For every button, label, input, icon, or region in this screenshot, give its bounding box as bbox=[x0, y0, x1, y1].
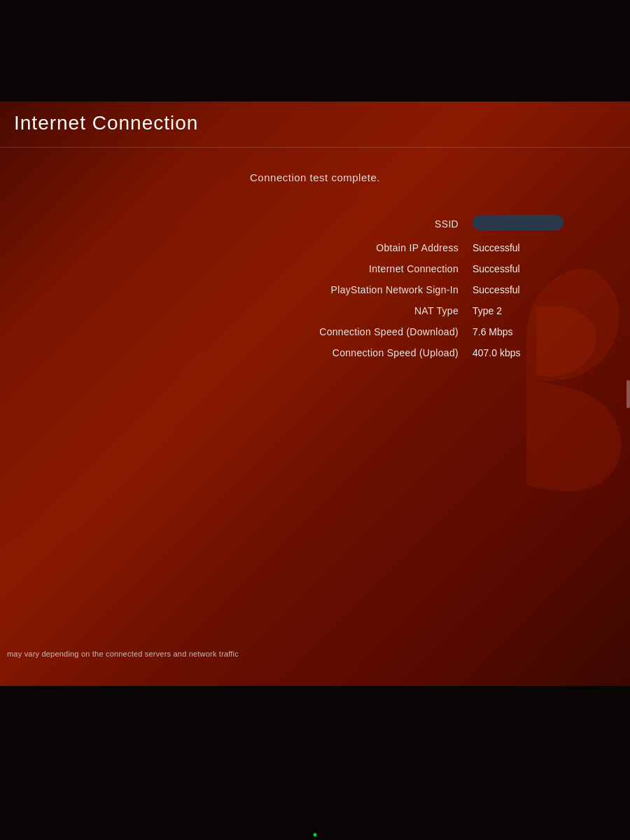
value-obtain-ip: Successful bbox=[469, 242, 595, 253]
result-row-psn-signin: PlayStation Network Sign-In Successful bbox=[0, 279, 595, 300]
value-speed-upload: 407.0 kbps bbox=[469, 347, 595, 358]
value-internet-connection: Successful bbox=[469, 263, 595, 274]
screen: Internet Connection Connection test comp… bbox=[0, 102, 630, 686]
label-nat-type: NAT Type bbox=[273, 305, 469, 316]
ssid-redacted bbox=[472, 215, 564, 230]
label-speed-upload: Connection Speed (Upload) bbox=[273, 347, 469, 358]
result-row-internet-connection: Internet Connection Successful bbox=[0, 258, 595, 279]
value-nat-type: Type 2 bbox=[469, 305, 595, 316]
value-speed-download: 7.6 Mbps bbox=[469, 326, 595, 337]
result-row-speed-upload: Connection Speed (Upload) 407.0 kbps bbox=[0, 342, 595, 363]
label-ssid: SSID bbox=[273, 218, 469, 230]
divider-line bbox=[0, 147, 630, 148]
result-row-speed-download: Connection Speed (Download) 7.6 Mbps bbox=[0, 321, 595, 342]
page-title: Internet Connection bbox=[14, 112, 198, 134]
label-obtain-ip: Obtain IP Address bbox=[273, 242, 469, 253]
bezel-bottom bbox=[0, 686, 630, 840]
disclaimer-text: may vary depending on the connected serv… bbox=[7, 650, 588, 658]
bezel-top bbox=[0, 0, 630, 102]
results-container: SSID Obtain IP Address Successful Intern… bbox=[0, 210, 595, 363]
scrollbar[interactable] bbox=[626, 380, 630, 408]
led-indicator bbox=[314, 833, 317, 836]
result-row-obtain-ip: Obtain IP Address Successful bbox=[0, 237, 595, 258]
result-row-nat-type: NAT Type Type 2 bbox=[0, 300, 595, 321]
connection-status-subtitle: Connection test complete. bbox=[0, 172, 630, 183]
label-internet-connection: Internet Connection bbox=[273, 263, 469, 274]
value-psn-signin: Successful bbox=[469, 284, 595, 295]
label-speed-download: Connection Speed (Download) bbox=[273, 326, 469, 337]
value-ssid bbox=[469, 215, 595, 232]
result-row-ssid: SSID bbox=[0, 210, 595, 237]
label-psn-signin: PlayStation Network Sign-In bbox=[273, 284, 469, 295]
